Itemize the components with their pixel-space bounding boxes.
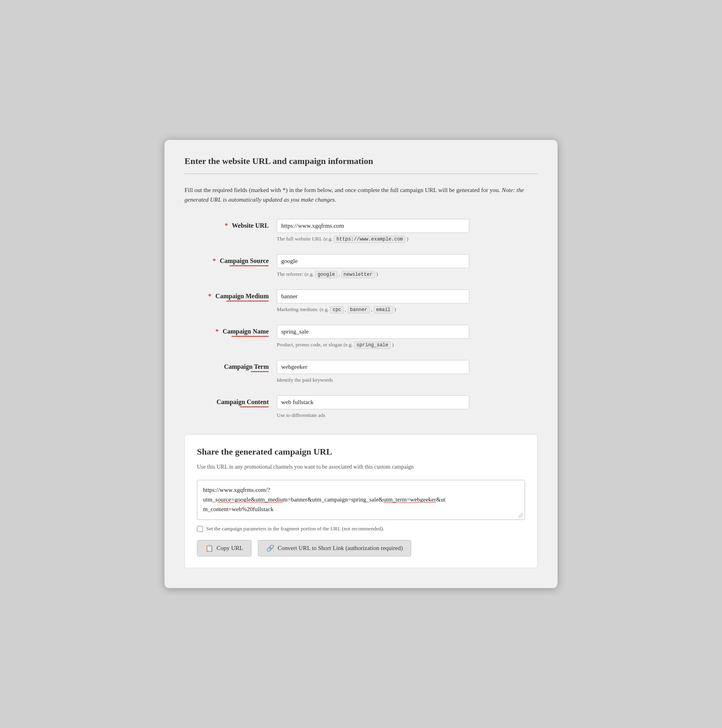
copy-url-button[interactable]: 📋 Copy URL [197, 540, 251, 556]
generated-section: Share the generated campaign URL Use thi… [185, 434, 537, 568]
term-underline [251, 371, 269, 372]
description: Fill out the required fields (marked wit… [185, 185, 537, 204]
campaign-content-input[interactable] [277, 395, 469, 409]
campaign-name-input-col: Product, promo code, or slogan (e.g. spr… [277, 325, 537, 349]
source-underline [229, 265, 269, 266]
form-section: * Website URL The full website URL (e.g.… [185, 219, 537, 430]
required-star-source: * [213, 257, 216, 264]
campaign-term-input[interactable] [277, 360, 469, 374]
fragment-checkbox[interactable] [197, 526, 203, 532]
resize-handle-icon [517, 512, 523, 518]
campaign-name-label: * Campaign Name [215, 328, 269, 337]
campaign-term-row: Campaign Term Identify the paid keywords [185, 360, 537, 384]
website-url-label: * Website URL [225, 222, 269, 229]
campaign-content-hint: Use to differentiate ads [277, 411, 537, 419]
page-title: Enter the website URL and campaign infor… [185, 156, 537, 174]
url-underline-term: utm_term=webgeeker [383, 496, 436, 503]
campaign-name-row: * Campaign Name Product, promo code, or … [185, 325, 537, 349]
campaign-content-label: Campaign Content [217, 398, 269, 407]
campaign-source-label: * Campaign Source [213, 257, 269, 266]
required-star-medium: * [208, 293, 211, 299]
campaign-term-input-col: Identify the paid keywords [277, 360, 537, 384]
campaign-name-input[interactable] [277, 325, 469, 339]
website-url-hint: The full website URL (e.g. https://www.e… [277, 235, 537, 243]
campaign-source-input-col: The referrer: (e.g. google , newsletter … [277, 254, 537, 278]
name-underline [231, 336, 269, 337]
campaign-medium-hint: Marketing medium: (e.g. cpc , banner , e… [277, 305, 537, 313]
campaign-medium-input[interactable] [277, 289, 469, 303]
generated-url-display: https://www.xgqfrms.com/?utm_source=goog… [197, 480, 525, 520]
campaign-content-row: Campaign Content Use to differentiate ad… [185, 395, 537, 419]
required-star-name: * [215, 328, 219, 335]
campaign-name-label-col: * Campaign Name [185, 325, 277, 337]
campaign-content-label-col: Campaign Content [185, 395, 277, 407]
campaign-source-row: * Campaign Source The referrer: (e.g. go… [185, 254, 537, 278]
url-underline-source: ource=google&utm_mediu [218, 496, 283, 503]
website-url-row: * Website URL The full website URL (e.g.… [185, 219, 537, 243]
website-url-input-col: The full website URL (e.g. https://www.e… [277, 219, 537, 243]
url-content: https://www.xgqfrms.com/?utm_source=goog… [203, 485, 519, 514]
campaign-source-hint: The referrer: (e.g. google , newsletter … [277, 270, 537, 278]
required-star: * [225, 222, 228, 229]
generated-desc: Use this URL in any promotional channels… [197, 463, 525, 471]
copy-icon: 📋 [205, 544, 213, 552]
convert-url-button[interactable]: 🔗 Convert URL to Short Link (authorizati… [258, 540, 411, 556]
page-container: Enter the website URL and campaign infor… [164, 140, 558, 588]
campaign-name-hint: Product, promo code, or slogan (e.g. spr… [277, 341, 537, 349]
campaign-term-label: Campaign Term [224, 363, 269, 372]
convert-icon: 🔗 [266, 544, 274, 552]
content-underline [240, 406, 269, 407]
campaign-medium-input-col: Marketing medium: (e.g. cpc , banner , e… [277, 289, 537, 313]
campaign-medium-label: * Campaign Medium [208, 293, 269, 301]
medium-underline [226, 301, 269, 301]
fragment-checkbox-row: Set the campaign parameters in the fragm… [197, 526, 525, 532]
campaign-medium-label-col: * Campaign Medium [185, 289, 277, 301]
campaign-content-input-col: Use to differentiate ads [277, 395, 537, 419]
fragment-checkbox-label[interactable]: Set the campaign parameters in the fragm… [206, 526, 384, 532]
campaign-term-hint: Identify the paid keywords [277, 376, 537, 384]
buttons-row: 📋 Copy URL 🔗 Convert URL to Short Link (… [197, 540, 525, 556]
campaign-term-label-col: Campaign Term [185, 360, 277, 372]
campaign-source-label-col: * Campaign Source [185, 254, 277, 266]
website-url-input[interactable] [277, 219, 469, 233]
website-url-label-col: * Website URL [185, 219, 277, 229]
campaign-source-input[interactable] [277, 254, 469, 268]
campaign-medium-row: * Campaign Medium Marketing medium: (e.g… [185, 289, 537, 313]
generated-title: Share the generated campaign URL [197, 447, 525, 457]
